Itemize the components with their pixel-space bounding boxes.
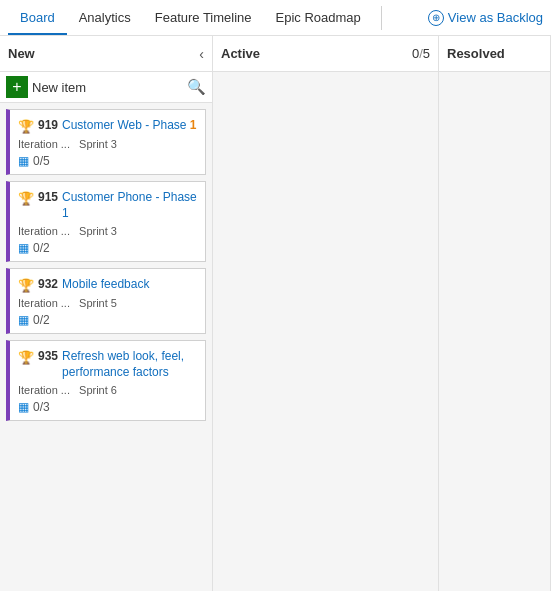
card-935-footer: ▦ 0/3	[18, 400, 197, 414]
card-932-sprint: Sprint 5	[79, 297, 117, 309]
nav-divider	[381, 6, 382, 30]
card-915-title: Customer Phone - Phase 1	[62, 190, 197, 221]
card-932-iteration: Iteration ...	[18, 297, 70, 309]
card-915[interactable]: 🏆 915 Customer Phone - Phase 1 Iteration…	[6, 181, 206, 262]
card-932-title-row: 🏆 932 Mobile feedback	[18, 277, 197, 293]
collapse-icon[interactable]: ‹	[199, 46, 204, 62]
active-cards-area	[213, 72, 438, 591]
card-932-tasks: 0/2	[33, 313, 50, 327]
card-935-id: 935	[38, 349, 58, 363]
search-icon[interactable]: 🔍	[187, 78, 206, 96]
new-cards-area: 🏆 919 Customer Web - Phase 1 Iteration .…	[0, 103, 212, 591]
card-935-tasks: 0/3	[33, 400, 50, 414]
card-915-tasks: 0/2	[33, 241, 50, 255]
new-item-label: New item	[32, 80, 183, 95]
column-resolved: Resolved	[439, 36, 551, 591]
circle-arrow-icon: ⊕	[428, 10, 444, 26]
column-resolved-header: Resolved	[439, 36, 550, 72]
board-area: New ‹ + New item 🔍 🏆 919 Customer Web - …	[0, 36, 551, 591]
card-935[interactable]: 🏆 935 Refresh web look, feel, performanc…	[6, 340, 206, 421]
card-915-sprint: Sprint 3	[79, 225, 117, 237]
card-915-title-row: 🏆 915 Customer Phone - Phase 1	[18, 190, 197, 221]
card-935-title-row: 🏆 935 Refresh web look, feel, performanc…	[18, 349, 197, 380]
column-new: New ‹ + New item 🔍 🏆 919 Customer Web - …	[0, 36, 213, 591]
column-new-title: New	[8, 46, 195, 61]
card-919-meta: Iteration ... Sprint 3	[18, 138, 197, 150]
column-active-header: Active 0/5	[213, 36, 438, 72]
card-919-sprint: Sprint 3	[79, 138, 117, 150]
card-935-meta: Iteration ... Sprint 6	[18, 384, 197, 396]
resolved-cards-area	[439, 72, 550, 591]
trophy-icon: 🏆	[18, 119, 34, 134]
card-932[interactable]: 🏆 932 Mobile feedback Iteration ... Spri…	[6, 268, 206, 334]
tab-board[interactable]: Board	[8, 2, 67, 35]
tab-epic-roadmap[interactable]: Epic Roadmap	[264, 2, 373, 35]
card-919-title-row: 🏆 919 Customer Web - Phase 1	[18, 118, 197, 134]
trophy-icon: 🏆	[18, 191, 34, 206]
view-as-backlog-label: View as Backlog	[448, 10, 543, 25]
task-icon: ▦	[18, 241, 29, 255]
card-915-meta: Iteration ... Sprint 3	[18, 225, 197, 237]
add-item-button[interactable]: +	[6, 76, 28, 98]
card-919-tasks: 0/5	[33, 154, 50, 168]
card-932-footer: ▦ 0/2	[18, 313, 197, 327]
card-915-iteration: Iteration ...	[18, 225, 70, 237]
column-active-title: Active	[221, 46, 412, 61]
task-icon: ▦	[18, 154, 29, 168]
card-932-meta: Iteration ... Sprint 5	[18, 297, 197, 309]
column-resolved-title: Resolved	[447, 46, 542, 61]
column-new-toolbar: + New item 🔍	[0, 72, 212, 103]
card-935-iteration: Iteration ...	[18, 384, 70, 396]
tab-feature-timeline[interactable]: Feature Timeline	[143, 2, 264, 35]
view-as-backlog-button[interactable]: ⊕ View as Backlog	[428, 10, 543, 26]
task-icon: ▦	[18, 400, 29, 414]
card-919-iteration: Iteration ...	[18, 138, 70, 150]
tab-analytics[interactable]: Analytics	[67, 2, 143, 35]
card-932-title: Mobile feedback	[62, 277, 149, 293]
card-932-id: 932	[38, 277, 58, 291]
column-new-header: New ‹	[0, 36, 212, 72]
card-935-sprint: Sprint 6	[79, 384, 117, 396]
card-919[interactable]: 🏆 919 Customer Web - Phase 1 Iteration .…	[6, 109, 206, 175]
card-919-title: Customer Web - Phase 1	[62, 118, 197, 134]
card-915-id: 915	[38, 190, 58, 204]
trophy-icon: 🏆	[18, 278, 34, 293]
task-icon: ▦	[18, 313, 29, 327]
column-active-count: 0/5	[412, 46, 430, 61]
card-915-footer: ▦ 0/2	[18, 241, 197, 255]
trophy-icon: 🏆	[18, 350, 34, 365]
card-919-footer: ▦ 0/5	[18, 154, 197, 168]
card-935-title: Refresh web look, feel, performance fact…	[62, 349, 197, 380]
top-nav: Board Analytics Feature Timeline Epic Ro…	[0, 0, 551, 36]
column-active: Active 0/5	[213, 36, 439, 591]
card-919-id: 919	[38, 118, 58, 132]
